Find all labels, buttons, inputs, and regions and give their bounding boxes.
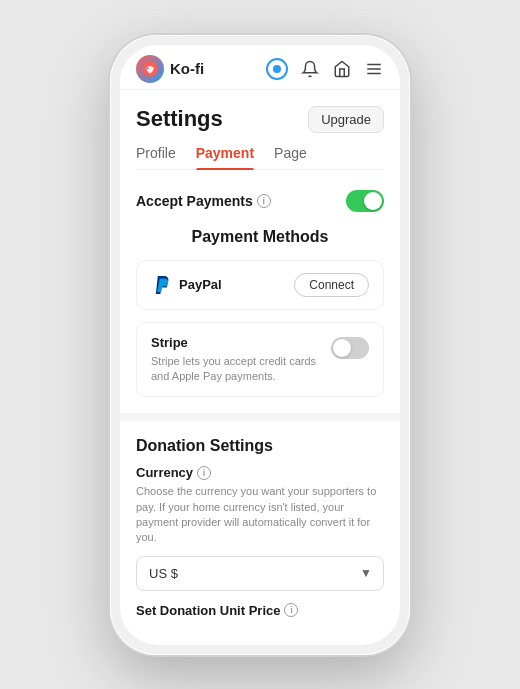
section-divider [120,413,400,421]
paypal-row: PayPal Connect [151,273,369,297]
stripe-info: Stripe Stripe lets you accept credit car… [151,335,321,385]
tab-page[interactable]: Page [274,145,307,169]
phone-frame: Ko-fi [110,35,410,655]
menu-icon[interactable] [364,59,384,79]
paypal-connect-button[interactable]: Connect [294,273,369,297]
page-title: Settings [136,106,223,132]
stripe-description: Stripe lets you accept credit cards and … [151,354,321,385]
upgrade-button[interactable]: Upgrade [308,106,384,133]
donation-unit-price-info-icon[interactable]: i [284,603,298,617]
currency-select-wrapper: US $ EUR € GBP £ AUD $ CAD $ ▼ [136,556,384,591]
donation-unit-price-label: Set Donation Unit Price i [136,603,384,634]
accept-payments-info-icon[interactable]: i [257,194,271,208]
stripe-card: Stripe Stripe lets you accept credit car… [136,322,384,398]
accept-payments-toggle[interactable] [346,190,384,212]
paypal-name: PayPal [151,275,222,295]
accept-payments-label: Accept Payments i [136,193,271,209]
stripe-row: Stripe Stripe lets you accept credit car… [151,335,369,385]
stripe-name: Stripe [151,335,321,350]
payment-methods-section: Payment Methods PayPal [136,228,384,398]
page-content: Settings Upgrade Profile Payment Page [120,90,400,645]
donation-settings-section: Donation Settings Currency i Choose the … [136,437,384,634]
paypal-icon [151,275,171,295]
tab-profile[interactable]: Profile [136,145,176,169]
currency-label: Currency i [136,465,384,480]
currency-info-icon[interactable]: i [197,466,211,480]
accept-payments-section: Accept Payments i [136,190,384,212]
currency-description: Choose the currency you want your suppor… [136,484,384,546]
donation-settings-title: Donation Settings [136,437,384,455]
logo-area: Ko-fi [136,55,204,83]
tabs-container: Profile Payment Page [136,145,384,170]
svg-point-1 [147,67,149,69]
accept-payments-row: Accept Payments i [136,190,384,212]
currency-select[interactable]: US $ EUR € GBP £ AUD $ CAD $ [136,556,384,591]
tab-payment[interactable]: Payment [196,145,254,169]
stripe-toggle[interactable] [331,337,369,359]
nav-icons [266,58,384,80]
paypal-card: PayPal Connect [136,260,384,310]
bell-icon[interactable] [300,59,320,79]
home-icon[interactable] [332,59,352,79]
app-name: Ko-fi [170,60,204,77]
phone-screen: Ko-fi [120,45,400,645]
payment-methods-title: Payment Methods [136,228,384,246]
circle-indicator-icon[interactable] [266,58,288,80]
kofi-logo-icon [136,55,164,83]
top-bar: Ko-fi [120,45,400,90]
settings-header: Settings Upgrade [136,106,384,133]
